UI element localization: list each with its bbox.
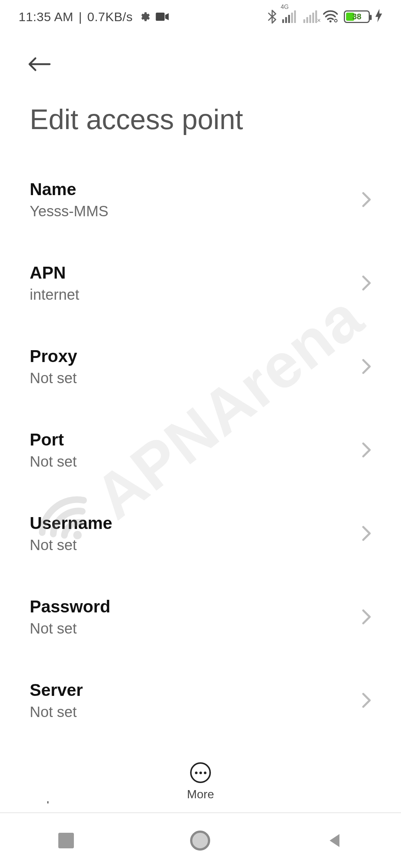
row-label: Username bbox=[30, 513, 112, 533]
chevron-right-icon bbox=[362, 525, 371, 542]
row-apn[interactable]: APN internet bbox=[0, 241, 401, 325]
more-button[interactable]: More bbox=[0, 747, 401, 801]
chevron-right-icon bbox=[362, 609, 371, 625]
row-label: Name bbox=[30, 179, 108, 199]
row-label: APN bbox=[30, 263, 79, 283]
row-value: internet bbox=[30, 286, 79, 303]
nav-recent-button[interactable] bbox=[58, 833, 74, 848]
row-value: Not set bbox=[30, 370, 77, 387]
status-speed: 0.7KB/s bbox=[87, 10, 133, 24]
status-separator: | bbox=[79, 10, 82, 24]
battery-percent: 38 bbox=[345, 12, 369, 22]
row-username[interactable]: Username Not set bbox=[0, 491, 401, 575]
chevron-right-icon bbox=[362, 275, 371, 291]
more-label: More bbox=[187, 788, 214, 801]
row-server[interactable]: Server Not set bbox=[0, 658, 401, 742]
svg-point-2 bbox=[329, 20, 332, 23]
more-icon bbox=[190, 762, 211, 783]
android-nav-bar bbox=[0, 812, 401, 868]
page-title: Edit access point bbox=[0, 77, 401, 143]
signal-network-label: 4G bbox=[281, 4, 288, 10]
row-password[interactable]: Password Not set bbox=[0, 575, 401, 658]
row-name[interactable]: Name Yesss-MMS bbox=[0, 158, 401, 241]
row-value: Not set bbox=[30, 453, 77, 470]
arrow-left-icon bbox=[27, 56, 51, 72]
back-button[interactable] bbox=[26, 51, 52, 77]
row-proxy[interactable]: Proxy Not set bbox=[0, 325, 401, 408]
row-port[interactable]: Port Not set bbox=[0, 408, 401, 491]
signal-2-icon: × bbox=[303, 10, 317, 23]
chevron-right-icon bbox=[362, 692, 371, 708]
chevron-right-icon bbox=[362, 442, 371, 458]
row-label: Server bbox=[30, 680, 83, 700]
svg-rect-1 bbox=[156, 13, 164, 21]
chevron-right-icon bbox=[362, 191, 371, 208]
battery-icon: 38 bbox=[344, 10, 370, 23]
wifi-icon bbox=[322, 10, 339, 23]
row-value: Yesss-MMS bbox=[30, 203, 108, 220]
nav-back-button[interactable] bbox=[326, 832, 343, 849]
gear-icon bbox=[138, 11, 150, 23]
nav-home-button[interactable] bbox=[190, 831, 210, 851]
row-value: Not set bbox=[30, 704, 83, 720]
signal-1-icon: 4G bbox=[282, 10, 296, 23]
status-bar: 11:35 AM | 0.7KB/s 4G × bbox=[0, 0, 401, 33]
row-label: Password bbox=[30, 596, 110, 617]
settings-list: Name Yesss-MMS APN internet Proxy Not se… bbox=[0, 143, 401, 807]
chevron-right-icon bbox=[362, 358, 371, 375]
status-time: 11:35 AM bbox=[19, 10, 74, 24]
camera-icon bbox=[155, 11, 169, 22]
bluetooth-icon bbox=[267, 10, 277, 24]
row-value: Not set bbox=[30, 620, 110, 637]
row-value: Not set bbox=[30, 537, 112, 553]
row-label: Port bbox=[30, 430, 77, 450]
row-label: Proxy bbox=[30, 346, 77, 366]
charging-icon bbox=[375, 9, 382, 25]
